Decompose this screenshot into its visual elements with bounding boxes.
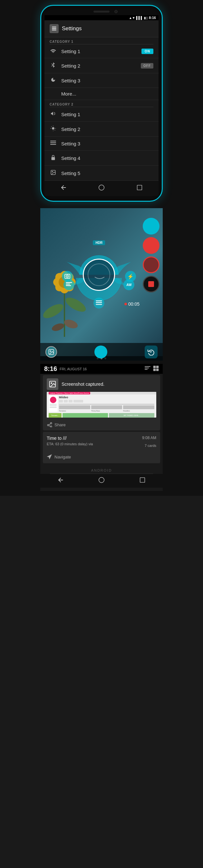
preview-logo [50,397,56,403]
content-row-1 [59,404,154,405]
clock: 8:16 [149,16,156,20]
rotate-camera-btn[interactable] [145,345,157,359]
svg-point-50 [47,424,49,426]
preview-content-area: Latest Themes | Neon light WordPress the… [47,392,156,417]
recent-button-2[interactable] [139,476,146,485]
notif-date: FRI, AUGUST 16 [60,367,142,371]
cat2-item-2[interactable]: Setting 2 [45,122,158,137]
screenshot-card-header: Screenshot captured. [43,375,160,392]
svg-rect-12 [50,143,56,143]
back-button-1[interactable] [60,184,67,193]
svg-rect-13 [50,144,56,145]
share-label: Share [54,423,66,427]
grid-icon [153,366,159,373]
cam-settings-btn[interactable] [93,298,105,309]
bottom-thumb-1: Tomato... [49,413,62,417]
status-icons: ▲▼ ▌▌▌ ▮▯ 8:16 [129,16,156,20]
settings-app-icon [50,24,59,33]
svg-rect-44 [156,366,159,368]
browser-bar: Latest Themes | Neon light WordPress the… [47,392,156,395]
radial-center[interactable] [83,259,115,291]
cam-blue-btn[interactable] [143,218,160,235]
svg-rect-41 [145,367,149,368]
nav-time: 9:08 AM [142,436,156,440]
more-link[interactable]: More... [45,88,158,100]
thumb-2 [91,405,122,409]
svg-marker-54 [47,455,52,459]
svg-point-27 [51,322,65,332]
cat2-label-3: Setting 3 [61,141,153,146]
svg-point-17 [99,185,105,190]
settings-item-2[interactable]: Setting 2 OFF [45,58,158,73]
svg-point-16 [52,171,53,172]
share-button[interactable]: Share [47,422,66,427]
radial-menu: HDR ⚡ [60,236,138,313]
settings-item-3[interactable]: Setting 3 [45,73,158,88]
wifi-icon: ▲▼ [129,16,135,20]
signal-bars: ▌▌▌ [136,16,143,20]
settings-item-1[interactable]: Setting 1 ON [45,44,158,58]
screenshot-card-icon [47,378,58,390]
toggle-2[interactable]: OFF [141,63,153,68]
cat2-item-1[interactable]: Setting 1 [45,107,158,122]
preview-sidebar-row1 [50,404,57,405]
nav-destination: Time to /// [47,436,67,441]
svg-rect-35 [96,301,102,301]
bluetooth-setting-icon [50,62,57,69]
svg-rect-42 [145,369,148,370]
svg-point-51 [50,426,52,427]
cam-stop-btn[interactable] [143,276,160,292]
navigate-button[interactable]: Navigate [47,452,156,459]
settings-title: Settings [62,25,82,32]
screenshot-preview: Latest Themes | Neon light WordPress the… [47,392,156,417]
svg-line-52 [49,426,50,427]
notif-time: 8:16 [44,365,57,373]
svg-rect-37 [96,304,102,305]
navigation-notification-card: Time to /// 9:08 AM ETA: 63 (0 minutes d… [43,432,160,463]
cat2-label-2: Setting 2 [61,126,153,132]
back-button-2[interactable] [57,476,64,485]
preview-main: Miideo [59,396,154,412]
camera-bg: 00:05 [40,208,163,356]
moon-setting-icon [50,77,57,84]
bottom-thumb-3: WP THEMES GENE... [109,413,154,417]
cat2-item-3[interactable]: Setting 3 [45,137,158,151]
cat2-item-4[interactable]: Setting 4 [45,151,158,166]
cam-dark-red-btn[interactable] [143,256,160,273]
screenshot-card-text: Screenshot captured. [62,381,105,387]
gallery-icon-btn[interactable] [46,346,57,358]
stop-icon [148,281,154,287]
svg-rect-56 [140,478,145,483]
cat2-item-5[interactable]: Setting 5 [45,166,158,181]
category-1-label: CATEGORY 1 [45,37,158,44]
preview-row-2: Tomatoes Thirsty Bass Resellers [59,410,154,412]
nav-eta: ETA: 63 (0 minutes dalay) via [47,442,93,446]
screenshot-notification-card: Screenshot captured. Latest Themes | Neo… [43,375,160,430]
cam-red-btn[interactable] [143,237,160,254]
svg-point-49 [50,423,52,424]
front-camera [114,10,118,13]
svg-rect-43 [153,366,156,368]
camera-container: 00:05 [40,208,163,361]
image-icon [50,169,57,177]
toggle-1[interactable]: ON [141,49,153,54]
home-button-1[interactable] [98,184,105,193]
preview-layout: Miideo [47,395,156,413]
capture-button[interactable] [94,345,107,359]
status-bar-1: ▲▼ ▌▌▌ ▮▯ 8:16 [45,15,158,20]
setting-1-label: Setting 1 [61,49,137,54]
thumb-3 [123,405,154,409]
svg-rect-33 [66,284,70,284]
recent-button-1[interactable] [136,184,143,193]
preview-sidebar [49,396,58,412]
phone-speaker-area [45,11,158,12]
home-button-2[interactable] [98,476,105,485]
page-wrapper: ▲▼ ▌▌▌ ▮▯ 8:16 Set [0,0,203,496]
android-label: ANDROID [40,465,163,473]
auto-white-btn[interactable]: AW [123,279,134,290]
camera-bottom-bar [40,343,163,361]
preview-thumbnail-row [59,405,154,409]
hdr-label[interactable]: HDR [93,239,105,245]
setting-2-label: Setting 2 [61,63,136,68]
ev-btn[interactable] [63,279,75,290]
